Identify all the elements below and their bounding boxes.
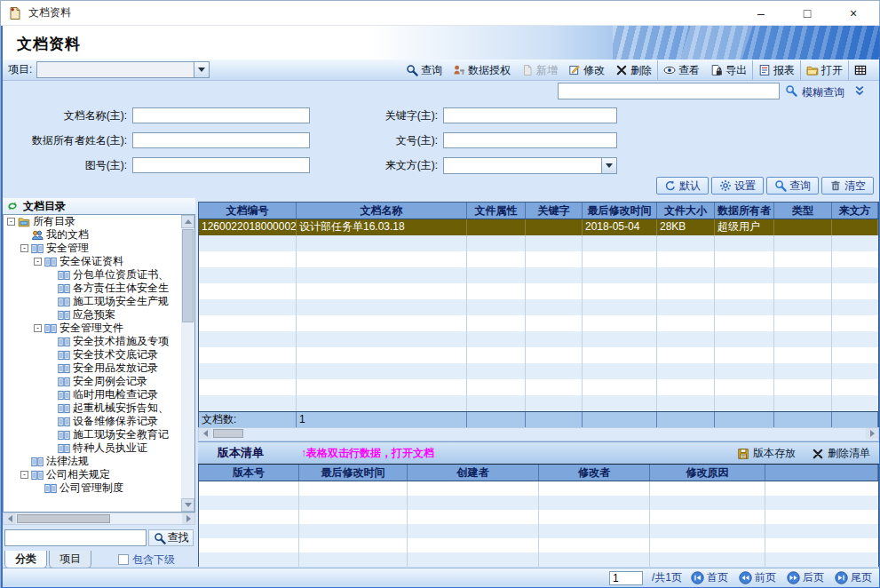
scroll-right-icon[interactable]	[182, 513, 194, 524]
tab-classification[interactable]: 分类	[4, 551, 47, 568]
tree-horizontal-scrollbar[interactable]	[3, 513, 195, 525]
minimize-button[interactable]: –	[748, 6, 774, 20]
drawing-number-input[interactable]	[132, 157, 310, 173]
owner-name-input[interactable]	[132, 132, 310, 148]
table-empty-row[interactable]	[199, 347, 878, 363]
project-select-value[interactable]	[37, 62, 194, 77]
doc-column-header[interactable]: 文档名称	[297, 203, 467, 219]
tree-node[interactable]: 法律法规	[4, 455, 194, 468]
report-button[interactable]: 报表	[752, 60, 800, 80]
version-empty-row[interactable]	[199, 524, 878, 538]
fuzzy-search-input[interactable]	[558, 83, 780, 99]
table-empty-row[interactable]	[199, 283, 878, 299]
expand-minus-icon[interactable]: -	[20, 471, 28, 479]
tree-node[interactable]: -公司相关规定	[4, 468, 194, 481]
version-column-header[interactable]	[765, 465, 878, 481]
doc-column-header[interactable]: 来文方	[832, 203, 878, 219]
tree-node[interactable]: -安全管理文件	[4, 322, 194, 335]
scrollbar-thumb[interactable]	[182, 229, 194, 322]
maximize-button[interactable]: □	[794, 6, 821, 20]
tree-node[interactable]: 特种人员执业证	[4, 441, 194, 455]
version-empty-row[interactable]	[199, 481, 878, 496]
scroll-right-icon[interactable]	[866, 428, 878, 439]
tree-vertical-scrollbar[interactable]	[181, 215, 194, 512]
tree-node[interactable]: 应急预案	[4, 308, 194, 322]
open-button[interactable]: 打开	[800, 60, 848, 80]
tree-node[interactable]: -安全保证资料	[4, 255, 194, 268]
table-empty-row[interactable]	[199, 235, 878, 251]
table-empty-row[interactable]	[199, 251, 878, 267]
table-empty-row[interactable]	[199, 363, 878, 379]
data-authorize-button[interactable]: 数据授权	[448, 60, 516, 80]
view-button[interactable]: 查看	[657, 60, 705, 80]
default-button[interactable]: 默认	[656, 177, 709, 195]
dropdown-arrow-icon[interactable]	[194, 62, 209, 77]
doc-column-header[interactable]: 文件大小	[657, 203, 715, 219]
tree-node[interactable]: 临时用电检查记录	[4, 388, 194, 401]
tree-node[interactable]: 各方责任主体安全生	[4, 282, 194, 295]
last-page-button[interactable]: 尾页	[835, 570, 872, 585]
tree-node[interactable]: -安全管理	[4, 242, 194, 255]
table-empty-row[interactable]	[199, 299, 878, 315]
include-sub-checkbox[interactable]	[118, 554, 129, 565]
tree-search-input[interactable]	[4, 529, 147, 546]
version-column-header[interactable]: 版本号	[199, 465, 299, 481]
keyword-input[interactable]	[443, 107, 617, 123]
version-empty-row[interactable]	[199, 496, 878, 510]
project-select[interactable]	[36, 61, 210, 78]
tree-node[interactable]: 安全周例会记录	[4, 375, 194, 388]
tree-node[interactable]: 设备维修保养记录	[4, 415, 194, 428]
tree-node[interactable]: 我的文档	[4, 228, 194, 242]
modify-button[interactable]: 修改	[563, 60, 610, 80]
tree-node[interactable]: 安全技术措施及专项	[4, 335, 194, 348]
doc-column-header[interactable]: 文档编号	[199, 203, 297, 219]
scroll-down-icon[interactable]	[181, 498, 194, 512]
expand-minus-icon[interactable]: -	[20, 244, 28, 252]
tree-node[interactable]: -所有目录	[4, 215, 194, 228]
version-store-button[interactable]: 版本存放	[737, 446, 796, 461]
chevron-double-down-icon[interactable]	[853, 84, 866, 97]
tree-refresh-icon[interactable]	[6, 200, 19, 212]
table-empty-row[interactable]	[199, 395, 878, 411]
version-empty-row[interactable]	[199, 538, 878, 552]
query-button[interactable]: 查询	[400, 60, 448, 80]
close-button[interactable]: ×	[840, 6, 867, 20]
table-empty-row[interactable]	[199, 331, 878, 347]
search-button[interactable]: 查询	[766, 177, 819, 195]
tree-node[interactable]: 起重机械安拆告知、	[4, 401, 194, 415]
expand-minus-icon[interactable]: -	[7, 218, 15, 226]
source-party-select[interactable]	[443, 157, 617, 174]
include-sub-label[interactable]: 包含下级	[132, 552, 175, 568]
prev-page-button[interactable]: 前页	[739, 570, 776, 585]
settings-button[interactable]: 设置	[711, 177, 764, 195]
table-row[interactable]: 1260022018000002设计部任务单16.03.182018-05-04…	[199, 219, 878, 235]
version-column-header[interactable]: 最后修改时间	[299, 465, 408, 481]
page-number-input[interactable]	[609, 571, 643, 585]
version-column-header[interactable]: 修改原因	[650, 465, 765, 481]
scroll-left-icon[interactable]	[4, 513, 16, 524]
dropdown-arrow-icon[interactable]	[601, 158, 616, 173]
tree-node[interactable]: 安全技术交底记录	[4, 348, 194, 362]
export-button[interactable]: 导出	[705, 60, 752, 80]
fuzzy-search-label[interactable]: 模糊查询	[802, 85, 844, 100]
tab-project[interactable]: 项目	[49, 551, 91, 568]
scroll-up-icon[interactable]	[181, 215, 194, 228]
tree-node[interactable]: 安全用品发放记录	[4, 362, 194, 375]
version-column-header[interactable]: 修改者	[539, 465, 650, 481]
table-empty-row[interactable]	[199, 267, 878, 283]
tree-find-button[interactable]: 查找	[148, 529, 194, 546]
expand-minus-icon[interactable]: -	[34, 258, 42, 266]
doc-number-input[interactable]	[443, 132, 617, 148]
doc-column-header[interactable]: 文件属性	[467, 203, 526, 219]
version-empty-row[interactable]	[199, 552, 878, 567]
scroll-left-icon[interactable]	[199, 428, 211, 439]
tree-node[interactable]: 施工现场安全生产规	[4, 295, 194, 308]
doc-column-header[interactable]: 类型	[774, 203, 832, 219]
table-empty-row[interactable]	[199, 315, 878, 331]
next-page-button[interactable]: 后页	[787, 570, 824, 585]
doc-name-input[interactable]	[132, 107, 310, 123]
table-empty-row[interactable]	[199, 379, 878, 395]
tree-node[interactable]: 施工现场安全教育记	[4, 428, 194, 441]
doc-column-header[interactable]: 关键字	[526, 203, 583, 219]
expand-minus-icon[interactable]: -	[34, 324, 42, 332]
